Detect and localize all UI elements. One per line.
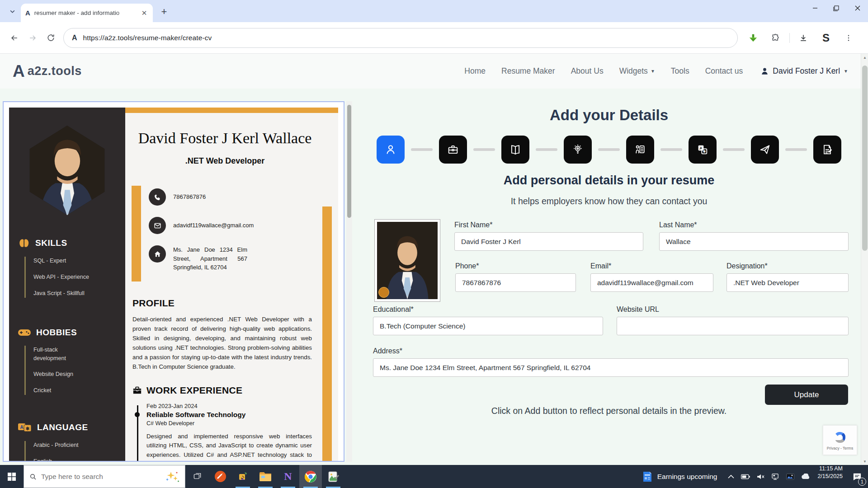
scroll-up-arrow[interactable]: ▲ <box>861 54 868 61</box>
step-education[interactable] <box>501 136 529 164</box>
tray-expand-icon[interactable] <box>728 474 734 479</box>
taskbar-app-image-editor[interactable] <box>322 465 344 488</box>
page-scrollbar[interactable]: ▲ ▼ <box>861 54 868 465</box>
pen-app-icon <box>214 470 226 483</box>
profile-text: Detail-oriented and experienced .NET Web… <box>132 314 312 371</box>
main-navigation: Home Resume Maker About Us Widgets ▼ Too… <box>464 66 848 76</box>
skill-item: SQL - Expert <box>33 257 125 265</box>
nav-item-contact-us[interactable]: Contact us <box>705 66 743 76</box>
search-input[interactable] <box>41 473 160 481</box>
taskbar-app-pen[interactable] <box>209 465 231 488</box>
last-name-label: Last Name* <box>659 221 849 229</box>
tab-search-icon[interactable] <box>5 5 19 18</box>
form-note: Click on Add button to reflect personal … <box>357 406 861 416</box>
download-manager-extension-icon[interactable] <box>744 29 762 47</box>
onedrive-cloud-icon[interactable] <box>801 474 810 479</box>
browser-tab[interactable]: A resumer maker - add informatio ✕ <box>21 4 153 22</box>
step-personal-details[interactable] <box>377 136 405 164</box>
taskbar-news-widget[interactable]: Earnings upcoming <box>635 465 725 488</box>
step-connector <box>660 148 682 151</box>
new-tab-button[interactable]: + <box>157 5 171 19</box>
nav-item-resume-maker[interactable]: Resume Maker <box>501 66 555 76</box>
news-label: Earnings upcoming <box>657 473 717 481</box>
windows-logo-icon <box>8 473 16 481</box>
resume-photo <box>25 126 110 215</box>
notification-center-button[interactable]: 1 <box>846 465 868 488</box>
chevron-down-icon: ▼ <box>651 69 655 74</box>
step-skills[interactable] <box>564 136 592 164</box>
nav-item-widgets-label: Widgets <box>619 66 648 76</box>
contact-phone-row: 7867867876 <box>149 188 311 206</box>
paper-plane-icon <box>759 143 771 156</box>
profile-avatar[interactable]: S <box>817 29 835 47</box>
step-work-experience[interactable] <box>439 136 467 164</box>
update-button[interactable]: Update <box>765 385 848 405</box>
skill-item: Web API - Experience <box>33 273 125 282</box>
step-hobbies[interactable] <box>626 136 654 164</box>
window-close-button[interactable] <box>847 0 868 16</box>
profile-photo-box[interactable] <box>374 219 440 302</box>
taskbar-app-file-explorer[interactable] <box>254 465 277 488</box>
site-logo[interactable]: A a2z.tools <box>13 63 82 80</box>
clock-date: 2/15/2025 <box>817 473 843 480</box>
extensions-puzzle-icon[interactable] <box>767 29 785 47</box>
contact-email: adavidf119wallace@gmail.com <box>173 221 254 230</box>
preview-scrollbar-thumb[interactable] <box>347 105 351 218</box>
taskbar: N Earnings upcoming <box>0 465 868 488</box>
svg-text:✱: ✱ <box>26 426 30 431</box>
address-bar[interactable]: A https://a2z.tools/resume-maker/create-… <box>63 28 738 48</box>
preview-scrollbar[interactable] <box>346 101 352 462</box>
task-view-button[interactable] <box>185 465 209 488</box>
nav-item-about-us[interactable]: About Us <box>571 66 604 76</box>
briefcase-icon <box>132 386 142 394</box>
email-input[interactable] <box>590 273 713 292</box>
resume-preview-panel: SKILLS SQL - Expert Web API - Experience… <box>3 101 344 462</box>
browser-menu-icon[interactable] <box>840 29 858 47</box>
educational-input[interactable] <box>373 317 603 335</box>
site-info-icon[interactable]: A <box>72 34 77 42</box>
first-name-field: First Name* <box>454 221 643 251</box>
nav-item-home[interactable]: Home <box>464 66 486 76</box>
battery-icon[interactable] <box>741 474 750 479</box>
step-connector <box>785 148 807 151</box>
first-name-label: First Name* <box>454 221 643 229</box>
volume-muted-icon[interactable] <box>757 474 765 480</box>
phone-input[interactable] <box>455 273 576 292</box>
scroll-down-arrow[interactable]: ▼ <box>861 458 868 465</box>
steps-bar: A✱ <box>357 136 861 164</box>
network-icon[interactable] <box>772 474 779 480</box>
page-scrollbar-thumb[interactable] <box>862 66 868 251</box>
last-name-input[interactable] <box>659 232 849 251</box>
taskbar-app-tools[interactable] <box>231 465 254 488</box>
email-field: Email* <box>590 262 713 292</box>
user-menu[interactable]: David Foster J Kerl ▼ <box>760 66 848 76</box>
start-button[interactable] <box>0 465 24 488</box>
browser-tab-strip: A resumer maker - add informatio ✕ + <box>0 0 868 22</box>
site-logo-text: a2z.tools <box>28 64 82 78</box>
nav-item-widgets[interactable]: Widgets ▼ <box>619 66 655 76</box>
work-description: Designed and implemented responsive web … <box>146 432 312 462</box>
address-input[interactable] <box>373 358 849 377</box>
task-view-icon <box>193 472 202 481</box>
step-share[interactable] <box>751 136 779 164</box>
taskbar-app-chrome[interactable] <box>299 465 322 488</box>
taskbar-app-visual-studio[interactable]: N <box>277 465 299 488</box>
reload-button[interactable] <box>42 29 60 47</box>
recaptcha-badge[interactable]: Privacy - Terms <box>823 425 857 455</box>
window-maximize-button[interactable] <box>826 0 847 16</box>
designation-input[interactable] <box>726 273 849 292</box>
first-name-input[interactable] <box>454 232 643 251</box>
website-url-input[interactable] <box>617 317 849 335</box>
chevron-down-icon: ▼ <box>844 69 848 74</box>
display-app-icon[interactable] <box>786 474 794 480</box>
downloads-icon[interactable] <box>794 29 812 47</box>
step-summary[interactable] <box>813 136 841 164</box>
tab-close-icon[interactable]: ✕ <box>140 9 148 17</box>
window-minimize-button[interactable] <box>804 0 826 16</box>
back-button[interactable] <box>5 29 24 47</box>
nav-item-tools[interactable]: Tools <box>671 66 689 76</box>
step-languages[interactable]: A✱ <box>689 136 717 164</box>
taskbar-clock[interactable]: 11:15 AM 2/15/2025 <box>814 465 846 488</box>
taskbar-search[interactable] <box>24 465 185 488</box>
forward-button[interactable] <box>24 29 42 47</box>
